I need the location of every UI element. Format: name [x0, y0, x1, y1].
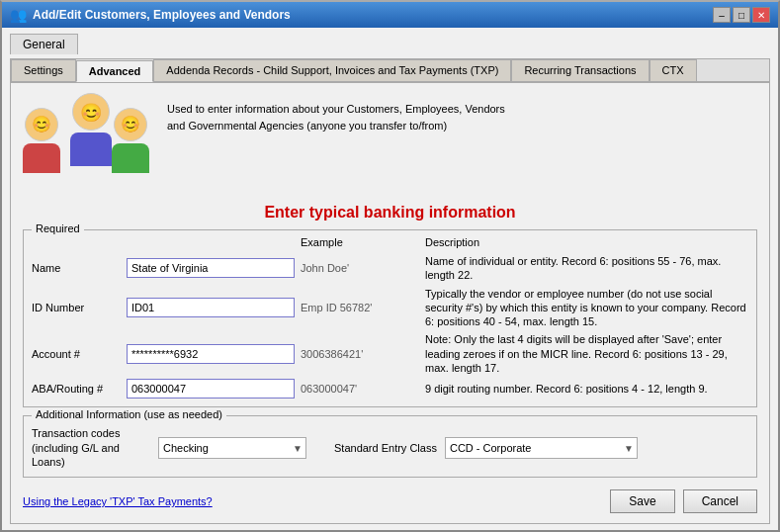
- tab-addenda[interactable]: Addenda Records - Child Support, Invoice…: [153, 59, 511, 81]
- tab-general[interactable]: General: [10, 34, 78, 54]
- general-tab-row: General: [10, 34, 770, 54]
- sec-label: Standard Entry Class: [334, 442, 437, 454]
- close-button[interactable]: ✕: [752, 7, 770, 23]
- title-buttons: – □ ✕: [713, 7, 770, 23]
- input-name[interactable]: [127, 258, 295, 278]
- label-aba: ABA/Routing #: [32, 383, 121, 395]
- col-header-name: [32, 242, 121, 244]
- window-icon: 👥: [10, 7, 27, 23]
- tab-content-advanced: 😊 😊 😊: [11, 83, 769, 523]
- top-section: 😊 😊 😊: [23, 93, 757, 192]
- col-header-empty: [127, 242, 295, 244]
- title-bar: 👥 Add/Edit Customers, Employees and Vend…: [2, 2, 778, 28]
- avatar-group: 😊 😊 😊: [23, 93, 151, 192]
- tab-settings[interactable]: Settings: [11, 59, 76, 81]
- input-account[interactable]: [127, 344, 295, 364]
- person-icon-2: 😊: [70, 93, 112, 166]
- footer-buttons: Save Cancel: [610, 489, 757, 513]
- txn-codes-label: Transaction codes (including G/L and Loa…: [32, 426, 150, 469]
- input-id[interactable]: [127, 298, 295, 317]
- footer-row: Using the Legacy 'TXP' Tax Payments? Sav…: [23, 482, 757, 513]
- label-name: Name: [32, 262, 121, 274]
- col-header-example: Example: [301, 236, 419, 250]
- desc-aba: 9 digit routing number. Record 6: positi…: [425, 382, 748, 396]
- form-grid: Example Description Name John Doe' Name …: [32, 236, 748, 399]
- additional-legend: Additional Information (use as needed): [32, 408, 226, 420]
- label-account: Account #: [32, 348, 121, 360]
- additional-section: Additional Information (use as needed) T…: [23, 415, 757, 478]
- additional-row: Transaction codes (including G/L and Loa…: [32, 426, 748, 469]
- desc-account: Note: Only the last 4 digits will be dis…: [425, 332, 748, 375]
- tab-panel: Settings Advanced Addenda Records - Chil…: [10, 58, 770, 524]
- example-id: Emp ID 56782': [301, 302, 419, 313]
- label-id: ID Number: [32, 302, 121, 313]
- tab-ctx[interactable]: CTX: [650, 59, 697, 81]
- txn-dropdown[interactable]: Checking Savings GL Account Loan: [158, 437, 306, 459]
- example-aba: 063000047': [301, 383, 419, 395]
- txn-dropdown-wrapper: Checking Savings GL Account Loan ▼: [158, 437, 306, 459]
- required-section: Required Example Description Name John D…: [23, 229, 757, 407]
- person-icon-3: 😊: [112, 108, 149, 173]
- desc-name: Name of individual or entity. Record 6: …: [425, 254, 748, 283]
- save-button[interactable]: Save: [610, 489, 674, 513]
- cancel-button[interactable]: Cancel: [683, 489, 757, 513]
- sec-dropdown-wrapper: CCD - Corporate PPD - Personal CTX - Cor…: [445, 437, 638, 459]
- sec-dropdown[interactable]: CCD - Corporate PPD - Personal CTX - Cor…: [445, 437, 638, 459]
- title-bar-left: 👥 Add/Edit Customers, Employees and Vend…: [10, 7, 291, 23]
- info-description: Used to enter information about your Cus…: [167, 93, 757, 133]
- example-name: John Doe': [301, 262, 419, 274]
- legacy-link[interactable]: Using the Legacy 'TXP' Tax Payments?: [23, 495, 213, 507]
- window-title: Add/Edit Customers, Employees and Vendor…: [33, 8, 291, 22]
- col-header-description: Description: [425, 236, 748, 250]
- tab-recurring[interactable]: Recurring Transactions: [511, 59, 649, 81]
- main-window: 👥 Add/Edit Customers, Employees and Vend…: [0, 0, 780, 532]
- example-account: 3006386421': [301, 348, 419, 360]
- required-legend: Required: [32, 222, 84, 234]
- maximize-button[interactable]: □: [733, 7, 750, 23]
- banking-header: Enter typical banking information: [23, 204, 757, 222]
- desc-id: Typically the vendor or employee number …: [425, 287, 748, 329]
- inner-tab-row: Settings Advanced Addenda Records - Chil…: [11, 59, 769, 83]
- minimize-button[interactable]: –: [713, 7, 731, 23]
- person-icon-1: 😊: [23, 108, 60, 173]
- window-content: General Settings Advanced Addenda Record…: [2, 28, 778, 530]
- input-aba[interactable]: [127, 379, 295, 399]
- tab-advanced[interactable]: Advanced: [76, 60, 154, 82]
